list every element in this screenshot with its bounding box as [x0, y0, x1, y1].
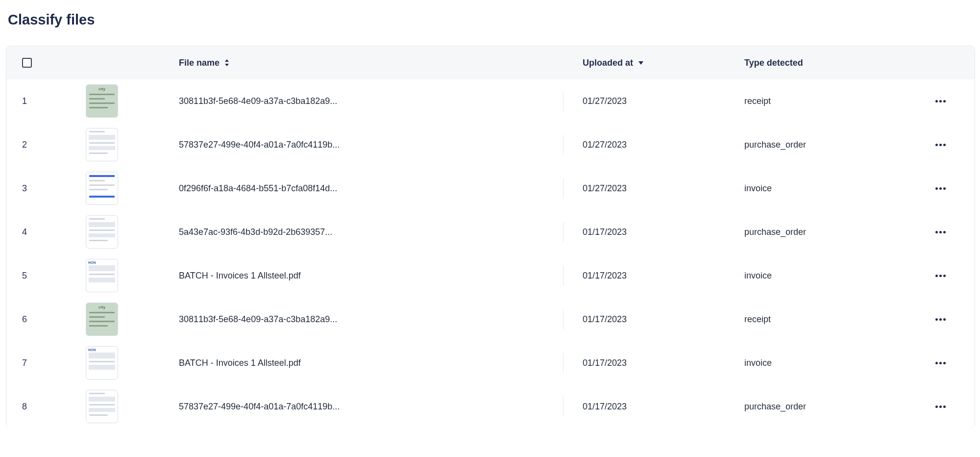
- more-icon: [935, 100, 946, 102]
- uploaded-at: 01/17/2023: [583, 402, 627, 411]
- file-thumbnail: [86, 215, 118, 249]
- row-actions-button[interactable]: [932, 137, 948, 152]
- type-detected: invoice: [744, 183, 772, 193]
- type-detected: purchase_order: [744, 140, 806, 150]
- row-actions-button[interactable]: [932, 180, 948, 196]
- uploaded-at: 01/27/2023: [583, 140, 627, 150]
- row-index: 7: [22, 358, 27, 368]
- file-thumbnail: HON: [86, 346, 118, 380]
- column-header-uploaded-at[interactable]: Uploaded at: [583, 58, 744, 68]
- table-header: File name Uploaded at Type detected: [6, 46, 975, 79]
- table-row[interactable]: 6city30811b3f-5e68-4e09-a37a-c3ba182a9..…: [6, 298, 975, 341]
- table-row[interactable]: 257837e27-499e-40f4-a01a-7a0fc4119b...01…: [6, 123, 975, 167]
- more-icon: [935, 144, 946, 146]
- file-thumbnail: city: [86, 84, 118, 118]
- column-header-type-detected: Type detected: [744, 58, 926, 68]
- sort-both-icon: [224, 59, 229, 67]
- select-all-checkbox[interactable]: [22, 58, 32, 68]
- column-header-label: Type detected: [744, 58, 803, 68]
- uploaded-at: 01/17/2023: [583, 358, 627, 368]
- row-actions-button[interactable]: [932, 93, 948, 109]
- row-index: 1: [22, 96, 27, 106]
- file-name: 0f296f6f-a18a-4684-b551-b7cfa08f14d...: [179, 183, 563, 194]
- uploaded-at: 01/27/2023: [583, 183, 627, 193]
- uploaded-at: 01/17/2023: [583, 227, 627, 237]
- file-name: 30811b3f-5e68-4e09-a37a-c3ba182a9...: [179, 314, 563, 325]
- table-row[interactable]: 7HONBATCH - Invoices 1 Allsteel.pdf01/17…: [6, 341, 975, 385]
- sort-desc-icon: [638, 60, 644, 65]
- file-thumbnail: [86, 128, 118, 161]
- row-index: 6: [22, 314, 27, 325]
- more-icon: [935, 362, 946, 364]
- table-row[interactable]: 1city30811b3f-5e68-4e09-a37a-c3ba182a9..…: [6, 79, 975, 123]
- row-actions-button[interactable]: [932, 355, 948, 371]
- uploaded-at: 01/17/2023: [583, 271, 627, 280]
- row-index: 2: [22, 140, 27, 150]
- row-actions-button[interactable]: [932, 399, 948, 414]
- row-actions-button[interactable]: [932, 268, 948, 283]
- file-thumbnail: [86, 172, 118, 205]
- type-detected: receipt: [744, 314, 771, 324]
- table-row[interactable]: 857837e27-499e-40f4-a01a-7a0fc4119b...01…: [6, 385, 975, 429]
- file-thumbnail: [86, 390, 118, 423]
- more-icon: [935, 406, 946, 408]
- type-detected: invoice: [744, 358, 772, 368]
- type-detected: purchase_order: [744, 402, 806, 411]
- more-icon: [935, 187, 946, 190]
- row-index: 5: [22, 271, 27, 281]
- column-header-file-name[interactable]: File name: [179, 58, 583, 68]
- type-detected: purchase_order: [744, 227, 806, 237]
- file-name: 5a43e7ac-93f6-4b3d-b92d-2b639357...: [179, 227, 563, 237]
- file-name: BATCH - Invoices 1 Allsteel.pdf: [179, 358, 563, 368]
- row-index: 3: [22, 183, 27, 194]
- row-actions-button[interactable]: [932, 311, 948, 327]
- page-title: Classify files: [8, 12, 975, 28]
- row-index: 8: [22, 402, 27, 412]
- files-table: File name Uploaded at Type detected: [6, 46, 975, 429]
- table-row[interactable]: 45a43e7ac-93f6-4b3d-b92d-2b639357...01/1…: [6, 210, 975, 254]
- row-actions-button[interactable]: [932, 224, 948, 240]
- uploaded-at: 01/27/2023: [583, 96, 627, 106]
- row-index: 4: [22, 227, 27, 237]
- file-name: 57837e27-499e-40f4-a01a-7a0fc4119b...: [179, 140, 563, 150]
- more-icon: [935, 231, 946, 233]
- file-thumbnail: HON: [86, 259, 118, 292]
- table-row[interactable]: 5HONBATCH - Invoices 1 Allsteel.pdf01/17…: [6, 254, 975, 298]
- file-thumbnail: city: [86, 303, 118, 336]
- type-detected: invoice: [744, 271, 772, 280]
- more-icon: [935, 275, 946, 277]
- file-name: 30811b3f-5e68-4e09-a37a-c3ba182a9...: [179, 96, 563, 106]
- file-name: 57837e27-499e-40f4-a01a-7a0fc4119b...: [179, 402, 563, 412]
- column-header-label: Uploaded at: [583, 58, 633, 68]
- table-row[interactable]: 30f296f6f-a18a-4684-b551-b7cfa08f14d...0…: [6, 167, 975, 210]
- column-header-label: File name: [179, 58, 220, 68]
- more-icon: [935, 318, 946, 321]
- file-name: BATCH - Invoices 1 Allsteel.pdf: [179, 271, 563, 281]
- uploaded-at: 01/17/2023: [583, 314, 627, 324]
- type-detected: receipt: [744, 96, 771, 106]
